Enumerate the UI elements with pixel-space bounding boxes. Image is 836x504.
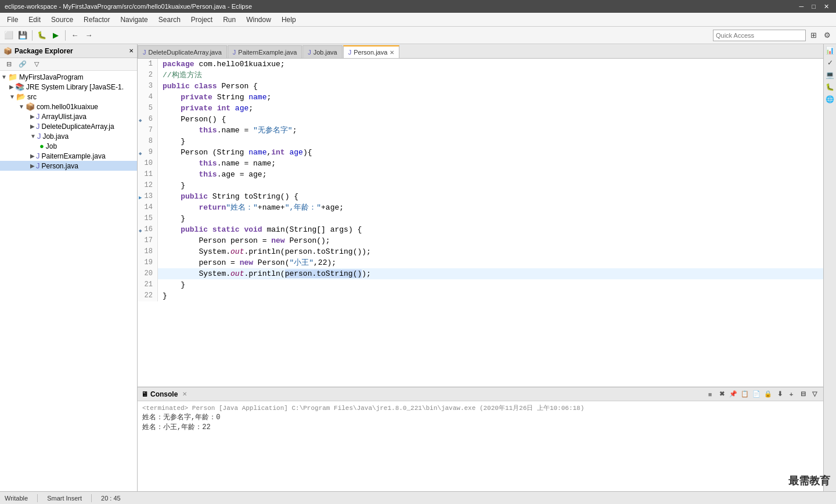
forward-button[interactable]: → xyxy=(82,29,95,42)
close-button[interactable]: ✕ xyxy=(821,3,831,10)
file-name-job: Job.java xyxy=(42,132,69,141)
console-new-btn[interactable]: + xyxy=(786,389,797,399)
run-button[interactable]: ▶ xyxy=(49,29,62,42)
code-line-12: 12 } xyxy=(138,180,823,191)
menu-navigate[interactable]: Navigate xyxy=(116,15,152,25)
console-stop-btn[interactable]: ■ xyxy=(705,389,715,399)
line-num-10: 10 xyxy=(138,158,158,169)
line-content-11: this.age = age; xyxy=(158,169,823,180)
console-scroll-lock-btn[interactable]: 🔒 xyxy=(763,389,773,399)
pkg-close-icon[interactable]: ✕ xyxy=(129,48,134,54)
deleteduplicate-arrow[interactable]: ▶ xyxy=(30,123,35,129)
console-paste-btn[interactable]: 📄 xyxy=(751,389,762,399)
tree-file-paitern[interactable]: ▶ J PaiternExample.java xyxy=(0,151,137,161)
menu-source[interactable]: Source xyxy=(46,15,78,25)
jre-expand-arrow[interactable]: ▶ xyxy=(9,84,14,90)
status-position: 20 : 45 xyxy=(101,495,121,502)
tab-paitern-label: PaiternExample.java xyxy=(238,49,297,56)
toolbar-separator-2 xyxy=(65,30,66,41)
quick-access-bar xyxy=(713,30,806,41)
tab-person-label: Person.java xyxy=(354,49,387,56)
quick-access-input[interactable] xyxy=(713,30,806,41)
line-num-1: 1 xyxy=(138,59,158,70)
person-arrow[interactable]: ▶ xyxy=(30,163,35,169)
menu-project[interactable]: Project xyxy=(186,15,217,25)
job-arrow[interactable]: ▼ xyxy=(30,133,36,139)
line-num-2: 2 xyxy=(138,70,158,81)
settings-button[interactable]: ⚙ xyxy=(821,29,834,42)
code-line-16: ◆ 16 public static void main(String[] ar… xyxy=(138,224,823,235)
debug-button[interactable]: 🐛 xyxy=(35,29,48,42)
tree-package[interactable]: ▼ 📦 com.hello01kuaixue xyxy=(0,102,137,111)
tab-person-close[interactable]: ✕ xyxy=(390,49,394,56)
code-line-11: 11 this.age = age; xyxy=(138,169,823,180)
project-expand-arrow[interactable]: ▼ xyxy=(1,74,7,80)
new-button[interactable]: ⬜ xyxy=(2,29,15,42)
code-line-14: 14 return"姓名："+name+",年龄："+age; xyxy=(138,202,823,213)
console-clear-btn[interactable]: ✖ xyxy=(716,389,727,399)
tab-paitern[interactable]: J PaiternExample.java xyxy=(228,45,302,58)
line-num-19: 19 xyxy=(138,257,158,268)
pkg-collapse-btn[interactable]: ⊟ xyxy=(2,58,15,71)
tree-jre[interactable]: ▶ 📚 JRE System Library [JavaSE-1. xyxy=(0,82,137,92)
right-globe-btn[interactable]: 🌐 xyxy=(825,94,835,105)
src-expand-arrow[interactable]: ▼ xyxy=(9,93,15,100)
line-content-20: System.out.println(person.toString()); xyxy=(158,268,823,279)
console-menu-btn[interactable]: ▽ xyxy=(809,389,820,399)
console-output-1: 姓名：无参名字,年龄：0 xyxy=(142,412,819,422)
package-expand-arrow[interactable]: ▼ xyxy=(19,103,24,110)
maximize-button[interactable]: □ xyxy=(809,3,818,10)
window-controls[interactable]: ─ □ ✕ xyxy=(797,3,831,10)
menu-file[interactable]: File xyxy=(2,15,23,25)
tree-src[interactable]: ▼ 📂 src xyxy=(0,92,137,102)
tree-file-arrayulist[interactable]: ▶ J ArrayUlist.java xyxy=(0,111,137,121)
line-num-21: 21 xyxy=(138,279,158,290)
menu-run[interactable]: Run xyxy=(218,15,240,25)
console-scroll-end-btn[interactable]: ⬇ xyxy=(774,389,785,399)
paitern-arrow[interactable]: ▶ xyxy=(30,153,35,159)
minimize-button[interactable]: ─ xyxy=(797,3,806,10)
menu-refactor[interactable]: Refactor xyxy=(79,15,114,25)
code-line-19: 19 person = new Person("小王",22); xyxy=(138,257,823,268)
right-debug-btn[interactable]: 🐛 xyxy=(825,82,835,92)
tree-class-job[interactable]: ● Job xyxy=(0,141,137,151)
project-name: MyFirstJavaProgram xyxy=(19,73,84,81)
code-editor[interactable]: 1 package com.hello01kuaixue; 2 //构造方法 3… xyxy=(138,59,823,387)
save-button[interactable]: 💾 xyxy=(16,29,29,42)
tree-file-person[interactable]: ▶ J Person.java xyxy=(0,161,137,171)
pkg-link-btn[interactable]: 🔗 xyxy=(16,58,29,71)
tree-project[interactable]: ▼ 📁 MyFirstJavaProgram xyxy=(0,72,137,82)
console-expand-btn[interactable]: ⊟ xyxy=(798,389,808,399)
menu-edit[interactable]: Edit xyxy=(24,15,45,25)
tab-deleteduplicate[interactable]: J DeleteDuplicateArray.java xyxy=(138,45,227,58)
code-line-3: 3 public class Person { xyxy=(138,81,823,92)
open-perspective-button[interactable]: ⊞ xyxy=(807,29,820,42)
line-content-10: this.name = name; xyxy=(158,158,823,169)
tab-job[interactable]: J Job.java xyxy=(302,45,342,58)
right-tasks-btn[interactable]: ✓ xyxy=(825,57,835,68)
tab-job-label: Job.java xyxy=(314,49,337,56)
right-console-btn[interactable]: 💻 xyxy=(825,70,835,80)
pkg-menu-btn[interactable]: ▽ xyxy=(30,58,43,71)
menu-help[interactable]: Help xyxy=(277,15,301,25)
java-file-icon4: J xyxy=(36,152,40,160)
console-pin-btn[interactable]: 📌 xyxy=(728,389,738,399)
tab-person[interactable]: J Person.java ✕ xyxy=(343,45,400,58)
line-content-17: Person person = new Person(); xyxy=(158,235,823,246)
menu-search[interactable]: Search xyxy=(154,15,185,25)
console-copy-btn[interactable]: 📋 xyxy=(740,389,750,399)
code-line-15: 15 } xyxy=(138,213,823,224)
tree-file-deleteduplicate[interactable]: ▶ J DeleteDuplicateArray.ja xyxy=(0,121,137,131)
tree-file-job[interactable]: ▼ J Job.java xyxy=(0,131,137,141)
console-tab-x[interactable]: ✕ xyxy=(182,391,187,397)
console-area: 🖥 Console ✕ ■ ✖ 📌 📋 📄 🔒 ⬇ + ⊟ ▽ <termin xyxy=(138,387,823,491)
src-name: src xyxy=(27,93,37,101)
right-overview-btn[interactable]: 📊 xyxy=(825,45,835,56)
line-num-18: 18 xyxy=(138,246,158,257)
editor-console-area: J DeleteDuplicateArray.java J PaiternExa… xyxy=(138,44,823,491)
line-content-2: //构造方法 xyxy=(158,70,823,81)
arrayulist-arrow[interactable]: ▶ xyxy=(30,113,35,120)
line-content-22: } xyxy=(158,290,823,301)
menu-window[interactable]: Window xyxy=(242,15,276,25)
back-button[interactable]: ← xyxy=(69,29,81,42)
